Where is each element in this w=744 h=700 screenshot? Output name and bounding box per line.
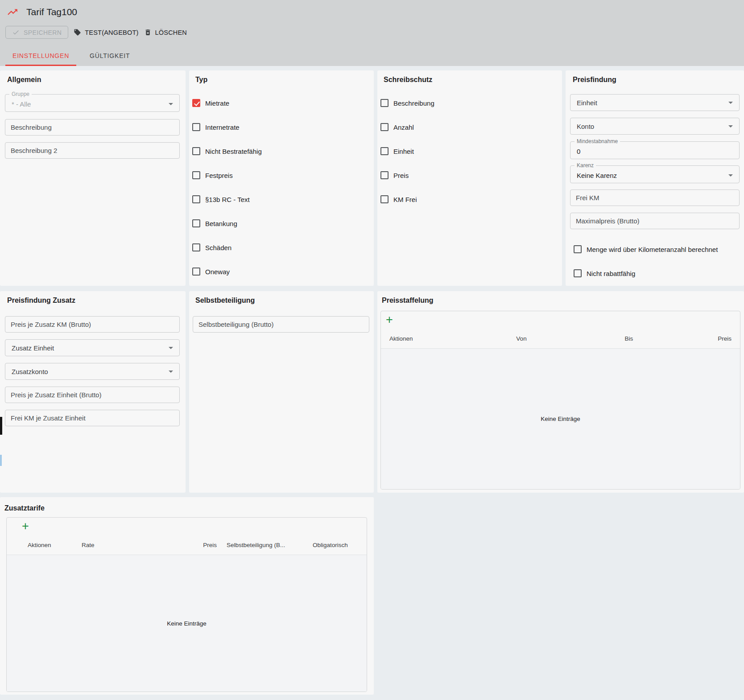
checkbox-ws-km-frei[interactable] xyxy=(380,195,389,203)
gruppe-label: Gruppe xyxy=(9,91,32,97)
konto-select[interactable]: Konto xyxy=(570,118,740,135)
checkbox-label: Anzahl xyxy=(393,124,414,131)
checkbox-schaeden[interactable] xyxy=(192,243,200,251)
checkbox-row-schaeden[interactable]: Schäden xyxy=(189,235,374,259)
empty-message: Keine Einträge xyxy=(541,416,580,422)
checkbox-13b-rc-text[interactable] xyxy=(192,195,200,203)
checkbox-row-nicht-rabattfaehig[interactable]: Nicht rabattfähig xyxy=(570,269,740,277)
checkbox-row-menge-km[interactable]: Menge wird über Kilometeranzahl berechne… xyxy=(570,245,740,253)
preisstaffelung-table: + Aktionen Von Bis Preis Keine Einträge xyxy=(380,311,740,490)
chevron-down-icon xyxy=(728,174,733,177)
trash-icon xyxy=(144,29,152,36)
card-zusatztarife: Zusatztarife + Aktionen Rate Preis Selbs… xyxy=(0,497,374,695)
delete-label: LÖSCHEN xyxy=(155,29,187,36)
checkbox-row-ws-anzahl[interactable]: Anzahl xyxy=(377,115,562,139)
card-title: Selbstbeteiligung xyxy=(195,296,374,305)
einheit-select[interactable]: Einheit xyxy=(570,94,740,111)
beschreibung2-input[interactable] xyxy=(11,147,174,154)
karenz-value: Keine Karenz xyxy=(577,172,728,179)
maximalpreis-field-wrap xyxy=(570,213,740,229)
chevron-down-icon xyxy=(728,102,733,104)
header: Tarif Tag100 SPEICHERN TEST(ANGEBOT) LÖS… xyxy=(0,0,744,66)
checkbox-row-ws-beschreibung[interactable]: Beschreibung xyxy=(377,91,562,115)
preisstaffelung-table-body: Keine Einträge xyxy=(381,349,740,489)
chevron-down-icon xyxy=(169,103,173,105)
checkbox-ws-einheit[interactable] xyxy=(380,147,389,155)
save-button-label: SPEICHERN xyxy=(24,29,62,36)
checkbox-row-festpreis[interactable]: Festpreis xyxy=(189,163,374,187)
checkbox-ws-anzahl[interactable] xyxy=(380,123,389,131)
zusatzkonto-value: Zusatzkonto xyxy=(12,368,169,375)
column-header-preis: Preis xyxy=(718,335,732,342)
checkbox-oneway[interactable] xyxy=(192,268,200,276)
checkbox-internetrate[interactable] xyxy=(192,123,200,131)
checkbox-menge-km[interactable] xyxy=(574,245,582,253)
tab-einstellungen[interactable]: EINSTELLUNGEN xyxy=(5,45,76,66)
column-header-preis: Preis xyxy=(181,541,217,548)
checkbox-nicht-bestratefaehig[interactable] xyxy=(192,147,200,155)
add-row-button[interactable]: + xyxy=(386,314,393,326)
column-header-selbstbeteiligung: Selbstbeteiligung (B... xyxy=(227,541,285,548)
page-title: Tarif Tag100 xyxy=(26,7,77,17)
save-button[interactable]: SPEICHERN xyxy=(5,26,68,39)
checkbox-label: §13b RC - Text xyxy=(205,196,250,203)
checkbox-row-ws-einheit[interactable]: Einheit xyxy=(377,139,562,163)
checkbox-nicht-rabattfaehig[interactable] xyxy=(574,269,582,277)
preis-zusatz-einheit-input[interactable] xyxy=(11,391,174,399)
selbstbeteiligung-input[interactable] xyxy=(198,321,364,328)
preisstaffelung-table-header: Aktionen Von Bis Preis xyxy=(381,328,740,349)
checkbox-row-ws-km-frei[interactable]: KM Frei xyxy=(377,187,562,211)
checkbox-ws-beschreibung[interactable] xyxy=(380,99,389,107)
card-title: Schreibschutz xyxy=(384,76,562,84)
tag-button[interactable]: TEST(ANGEBOT) xyxy=(74,29,138,36)
add-row-button[interactable]: + xyxy=(22,520,29,532)
checkbox-label: Einheit xyxy=(393,148,414,155)
toolbar: SPEICHERN TEST(ANGEBOT) LÖSCHEN xyxy=(5,26,187,39)
karenz-label: Karenz xyxy=(575,162,596,169)
checkbox-betankung[interactable] xyxy=(192,219,200,227)
checkbox-row-oneway[interactable]: Oneway xyxy=(189,259,374,284)
checkbox-label: Preis xyxy=(393,172,409,179)
checkbox-label: Menge wird über Kilometeranzahl berechne… xyxy=(587,246,718,253)
card-allgemein: Allgemein Gruppe * - Alle xyxy=(0,70,186,286)
card-selbstbeteiligung: Selbstbeteiligung xyxy=(189,291,374,493)
zusatz-einheit-select[interactable]: Zusatz Einheit xyxy=(5,339,180,356)
frei-km-zusatz-input[interactable] xyxy=(11,414,174,422)
checkbox-row-13b-rc-text[interactable]: §13b RC - Text xyxy=(189,187,374,211)
selbstbeteiligung-field-wrap xyxy=(193,316,369,333)
checkbox-row-ws-preis[interactable]: Preis xyxy=(377,163,562,187)
chevron-down-icon xyxy=(169,371,173,373)
delete-button[interactable]: LÖSCHEN xyxy=(144,29,187,36)
tag-label: TEST(ANGEBOT) xyxy=(85,29,138,36)
maximalpreis-input[interactable] xyxy=(576,217,734,225)
preis-zusatz-km-input[interactable] xyxy=(11,321,174,328)
checkbox-row-mietrate[interactable]: Mietrate xyxy=(189,91,374,115)
checkbox-festpreis[interactable] xyxy=(192,171,200,179)
zusatztarife-table: + Aktionen Rate Preis Selbstbeteiligung … xyxy=(6,517,367,692)
checkbox-row-betankung[interactable]: Betankung xyxy=(189,211,374,235)
checkbox-label: Betankung xyxy=(205,220,237,227)
title-row: Tarif Tag100 xyxy=(7,6,77,18)
checkbox-row-internetrate[interactable]: Internetrate xyxy=(189,115,374,139)
tab-gueltigkeit[interactable]: GÜLTIGKEIT xyxy=(83,45,137,66)
karenz-select[interactable]: Karenz Keine Karenz xyxy=(570,165,740,183)
frei-km-input[interactable] xyxy=(576,194,734,202)
frei-km-zusatz-field-wrap xyxy=(5,410,180,426)
zusatzkonto-select[interactable]: Zusatzkonto xyxy=(5,363,180,380)
beschreibung-input[interactable] xyxy=(11,124,174,131)
checkbox-ws-preis[interactable] xyxy=(380,171,389,179)
tag-icon xyxy=(74,29,81,36)
checkbox-row-nicht-bestratefaehig[interactable]: Nicht Bestratefähig xyxy=(189,139,374,163)
checkbox-label: Schäden xyxy=(205,244,231,251)
card-title: Preisstaffelung xyxy=(382,296,744,305)
frei-km-field-wrap xyxy=(570,189,740,206)
beschreibung2-field-wrap xyxy=(5,142,180,159)
mindestabnahme-input[interactable] xyxy=(577,148,733,155)
column-header-rate: Rate xyxy=(82,541,95,548)
column-header-bis: Bis xyxy=(607,335,651,342)
card-title: Allgemein xyxy=(7,76,186,84)
gruppe-select[interactable]: Gruppe * - Alle xyxy=(5,94,180,112)
checkbox-mietrate[interactable] xyxy=(192,99,200,107)
empty-message: Keine Einträge xyxy=(167,620,207,627)
zusatz-einheit-value: Zusatz Einheit xyxy=(12,344,169,352)
